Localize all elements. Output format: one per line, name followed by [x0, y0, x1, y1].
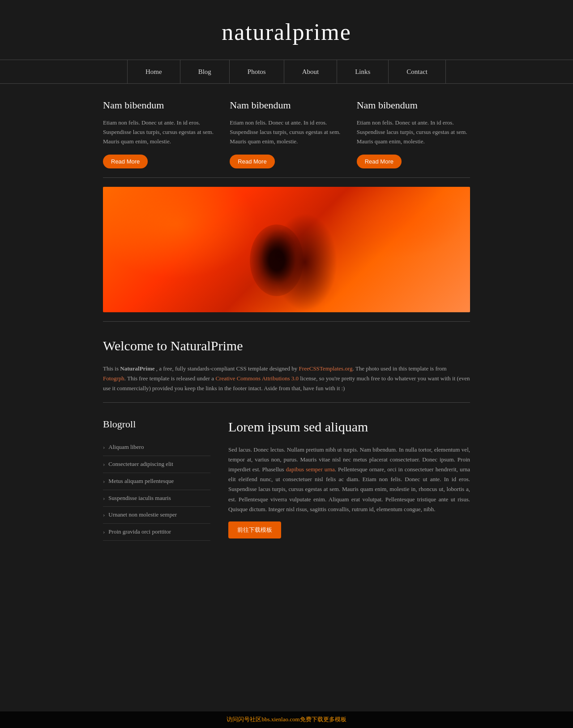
- download-button[interactable]: 前往下载模板: [228, 521, 281, 538]
- main-nav: Home Blog Photos About Links Contact: [0, 60, 573, 84]
- nav-about[interactable]: About: [284, 60, 338, 83]
- welcome-mid2: . This free template is released under a: [124, 375, 216, 382]
- card-1: Nam bibendum Etiam non felis. Donec ut a…: [103, 97, 216, 168]
- list-item: Aliquam libero: [103, 439, 210, 456]
- card-1-body: Etiam non felis. Donec ut ante. In id er…: [103, 118, 216, 146]
- nav-photos[interactable]: Photos: [230, 60, 284, 83]
- photo-banner: [103, 187, 470, 312]
- lorem-section: Lorem ipsum sed aliquam Sed lacus. Donec…: [228, 416, 470, 541]
- nav-home[interactable]: Home: [127, 60, 180, 83]
- photo-section: [103, 178, 470, 322]
- blogroll: Blogroll Aliquam libero Consectetuer adi…: [103, 416, 210, 541]
- card-2-read-more[interactable]: Read More: [230, 155, 274, 168]
- main-container: Nam bibendum Etiam non felis. Donec ut a…: [94, 84, 479, 554]
- list-item: Suspendisse iaculis mauris: [103, 490, 210, 507]
- lorem-text: Sed lacus. Donec lectus. Nullam pretium …: [228, 445, 470, 514]
- cards-section: Nam bibendum Etiam non felis. Donec ut a…: [103, 84, 470, 178]
- card-2-title: Nam bibendum: [230, 97, 343, 113]
- list-item: Proin gravida orci porttitor: [103, 524, 210, 541]
- lorem-title: Lorem ipsum sed aliquam: [228, 416, 470, 438]
- welcome-link3[interactable]: Creative Commons Attributions 3.0: [215, 375, 299, 382]
- welcome-mid1: . The photo used in this template is fro…: [352, 365, 446, 372]
- lorem-link1[interactable]: dapibus semper urna: [286, 466, 335, 473]
- welcome-intro-post: , a free, fully standards-compliant CSS …: [155, 365, 299, 372]
- nav-links[interactable]: Links: [337, 60, 389, 83]
- bottom-section: Blogroll Aliquam libero Consectetuer adi…: [103, 403, 470, 554]
- nav-contact[interactable]: Contact: [389, 60, 446, 83]
- welcome-section: Welcome to NaturalPrime This is NaturalP…: [103, 322, 470, 403]
- list-item: Metus aliquam pellentesque: [103, 473, 210, 490]
- welcome-link2[interactable]: Fotogrph: [103, 375, 124, 382]
- nav-blog[interactable]: Blog: [180, 60, 230, 83]
- card-2: Nam bibendum Etiam non felis. Donec ut a…: [230, 97, 343, 168]
- welcome-text: This is NaturalPrime , a free, fully sta…: [103, 364, 470, 393]
- welcome-title: Welcome to NaturalPrime: [103, 335, 470, 357]
- card-3: Nam bibendum Etiam non felis. Donec ut a…: [357, 97, 470, 168]
- card-3-title: Nam bibendum: [357, 97, 470, 113]
- welcome-brand: NaturalPrime: [120, 365, 154, 372]
- card-1-title: Nam bibendum: [103, 97, 216, 113]
- card-3-body: Etiam non felis. Donec ut ante. In id er…: [357, 118, 470, 146]
- site-title: naturalprime: [0, 0, 573, 60]
- blogroll-title: Blogroll: [103, 416, 210, 432]
- card-1-read-more[interactable]: Read More: [103, 155, 148, 168]
- card-3-read-more[interactable]: Read More: [357, 155, 402, 168]
- welcome-link1[interactable]: FreeCSSTemplates.org: [299, 365, 353, 372]
- welcome-intro-pre: This is: [103, 365, 120, 372]
- list-item: Consectetuer adipiscing elit: [103, 456, 210, 473]
- lorem-para2: . Pellentesque ornare, orci in consectet…: [228, 466, 470, 512]
- list-item: Urnanet non molestie semper: [103, 507, 210, 524]
- blogroll-list: Aliquam libero Consectetuer adipiscing e…: [103, 439, 210, 541]
- card-2-body: Etiam non felis. Donec ut ante. In id er…: [230, 118, 343, 146]
